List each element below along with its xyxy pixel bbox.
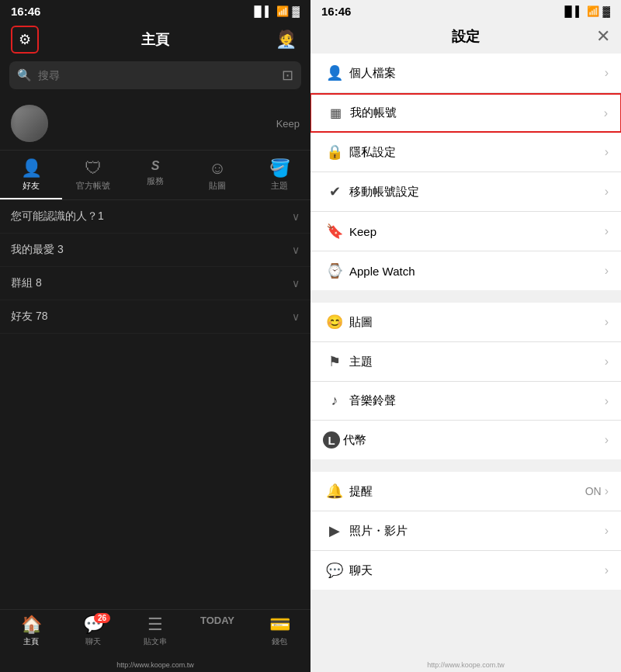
- theme-icon: 🪣: [269, 160, 290, 177]
- chevron-down-icon: ∨: [292, 310, 300, 323]
- settings-item-profile[interactable]: 👤 個人檔案 ›: [310, 54, 621, 93]
- coins-label: 代幣: [343, 433, 605, 448]
- chevron-down-icon: ∨: [292, 210, 300, 223]
- settings-item-apple-watch[interactable]: ⌚ Apple Watch ›: [310, 251, 621, 290]
- tab-theme[interactable]: 🪣 主題: [248, 157, 310, 199]
- keep-icon: 🔖: [323, 223, 346, 240]
- scan-icon[interactable]: ⊡: [282, 67, 293, 84]
- apple-watch-icon: ⌚: [323, 262, 346, 279]
- home-icon: 🏠: [21, 615, 42, 635]
- account-label: 我的帳號: [350, 106, 604, 120]
- settings-item-notifications[interactable]: 🔔 提醒 ON ›: [310, 472, 621, 511]
- chevron-right-icon: ›: [605, 264, 609, 278]
- battery-icon: ▓: [293, 5, 300, 17]
- search-input[interactable]: [38, 69, 276, 81]
- page-title: 主頁: [141, 30, 169, 49]
- gear-button[interactable]: ⚙: [11, 26, 39, 54]
- chevron-right-icon: ›: [604, 106, 608, 120]
- today-icon: TODAY: [200, 615, 234, 626]
- tab-official-label: 官方帳號: [76, 180, 110, 192]
- friends-icon: 👤: [21, 160, 42, 177]
- add-friend-button[interactable]: 🧑‍💼: [272, 26, 300, 54]
- group-friends[interactable]: 好友 78 ∨: [0, 300, 310, 334]
- privacy-icon: 🔒: [323, 144, 346, 161]
- wifi-icon: 📶: [276, 5, 289, 17]
- timeline-icon: ☰: [147, 615, 163, 635]
- search-bar: 🔍 ⊡: [9, 61, 301, 89]
- divider2: [310, 466, 621, 472]
- avatar: [11, 105, 48, 142]
- bottom-nav-today[interactable]: TODAY TODAY: [186, 615, 248, 647]
- profile-label: 個人檔案: [349, 66, 605, 81]
- settings-item-chat-settings[interactable]: 💬 聊天 ›: [310, 551, 621, 590]
- right-header: 設定 ✕: [310, 21, 621, 54]
- group-groups[interactable]: 群組 8 ∨: [0, 267, 310, 300]
- tab-sticker-label: 貼圖: [209, 180, 226, 192]
- group-suggested-label: 您可能認識的人？1: [11, 210, 104, 223]
- bottom-nav-wallet-label: 錢包: [272, 636, 287, 647]
- chevron-right-icon: ›: [605, 524, 609, 538]
- stickers-icon: 😊: [323, 313, 346, 331]
- nav-tabs: 👤 好友 🛡 官方帳號 S 服務 ☺ 貼圖 🪣 主題: [0, 151, 310, 200]
- settings-title: 設定: [452, 27, 480, 46]
- keep-label: Keep: [276, 118, 300, 130]
- settings-item-privacy[interactable]: 🔒 隱私設定 ›: [310, 133, 621, 172]
- wallet-icon: 💳: [269, 615, 290, 635]
- settings-item-music[interactable]: ♪ 音樂鈴聲 ›: [310, 382, 621, 421]
- photos-icon: ▶: [323, 522, 346, 539]
- settings-item-stickers[interactable]: 😊 貼圖 ›: [310, 303, 621, 342]
- profile-icon: 👤: [323, 64, 346, 81]
- chevron-right-icon: ›: [605, 315, 609, 329]
- settings-item-coins[interactable]: L 代幣 ›: [310, 421, 621, 459]
- settings-section-account: 👤 個人檔案 › ▦ 我的帳號 › 🔒 隱私設定 › ✔ 移動帳號設定 › 🔖: [310, 54, 621, 290]
- settings-item-theme[interactable]: ⚑ 主題 ›: [310, 342, 621, 382]
- gear-icon: ⚙: [19, 31, 31, 48]
- official-icon: 🛡: [85, 160, 102, 177]
- tab-friends[interactable]: 👤 好友: [0, 157, 62, 199]
- contact-list: 您可能認識的人？1 ∨ 我的最愛 3 ∨ 群組 8 ∨ 好友 78 ∨: [0, 200, 310, 609]
- left-header: ⚙ 主頁 🧑‍💼: [0, 21, 310, 61]
- notifications-label: 提醒: [349, 484, 585, 499]
- chevron-right-icon: ›: [605, 224, 609, 238]
- left-watermark: http://www.koope.com.tw: [0, 660, 310, 672]
- settings-item-photos[interactable]: ▶ 照片・影片 ›: [310, 511, 621, 551]
- profile-row: Keep: [0, 97, 310, 151]
- settings-item-mobile[interactable]: ✔ 移動帳號設定 ›: [310, 172, 621, 212]
- mobile-icon: ✔: [323, 183, 346, 200]
- left-time: 16:46: [11, 5, 40, 18]
- bottom-nav: 🏠 主頁 26 💬 聊天 ☰ 貼文串 TODAY TODAY 💳 錢包: [0, 609, 310, 660]
- theme-label: 主題: [349, 355, 605, 369]
- signal-icon: ▐▌▌: [251, 5, 272, 17]
- settings-section-content: 😊 貼圖 › ⚑ 主題 › ♪ 音樂鈴聲 › L 代幣 ›: [310, 303, 621, 459]
- chevron-down-icon: ∨: [292, 277, 300, 289]
- chat-badge: 26: [94, 613, 110, 623]
- bottom-nav-chat[interactable]: 26 💬 聊天: [62, 615, 124, 647]
- chevron-right-icon: ›: [605, 394, 609, 408]
- group-friends-label: 好友 78: [11, 310, 47, 324]
- bottom-nav-timeline[interactable]: ☰ 貼文串: [124, 615, 186, 647]
- chevron-right-icon: ›: [605, 145, 609, 159]
- tab-service-label: 服務: [147, 175, 164, 187]
- privacy-label: 隱私設定: [349, 145, 605, 160]
- settings-item-account[interactable]: ▦ 我的帳號 ›: [310, 93, 621, 133]
- right-battery-icon: ▓: [603, 5, 610, 17]
- bottom-nav-chat-label: 聊天: [85, 636, 101, 647]
- music-label: 音樂鈴聲: [349, 393, 605, 408]
- sticker-icon: ☺: [209, 160, 226, 177]
- group-favorites[interactable]: 我的最愛 3 ∨: [0, 234, 310, 267]
- tab-service[interactable]: S 服務: [124, 157, 186, 199]
- right-wifi-icon: 📶: [587, 5, 599, 17]
- bottom-nav-home[interactable]: 🏠 主頁: [0, 615, 62, 647]
- tab-official[interactable]: 🛡 官方帳號: [62, 157, 124, 199]
- group-suggested[interactable]: 您可能認識的人？1 ∨: [0, 200, 310, 234]
- mobile-label: 移動帳號設定: [349, 185, 605, 199]
- notifications-icon: 🔔: [323, 483, 346, 500]
- close-button[interactable]: ✕: [596, 26, 610, 47]
- right-signal-icon: ▐▌▌: [561, 5, 583, 17]
- tab-sticker[interactable]: ☺ 貼圖: [186, 157, 248, 199]
- settings-item-keep[interactable]: 🔖 Keep ›: [310, 212, 621, 251]
- chat-settings-icon: 💬: [323, 562, 346, 579]
- tab-friends-label: 好友: [23, 180, 40, 192]
- coins-icon: L: [323, 431, 340, 449]
- bottom-nav-wallet[interactable]: 💳 錢包: [248, 615, 310, 647]
